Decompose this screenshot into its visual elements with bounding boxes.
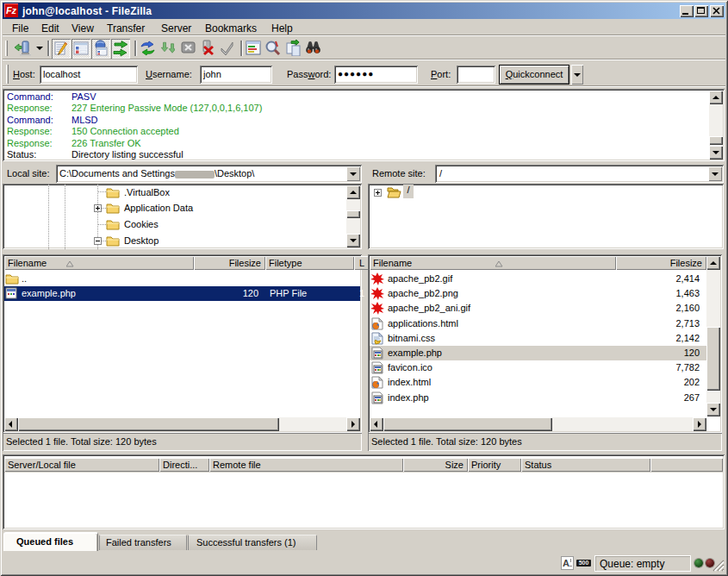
svg-text:Fz: Fz: [6, 5, 17, 16]
